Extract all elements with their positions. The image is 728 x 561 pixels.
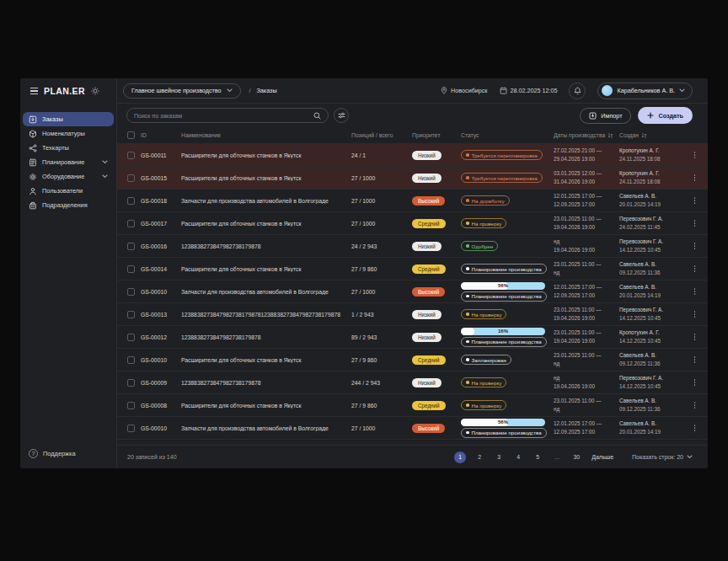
row-menu-button[interactable] <box>690 334 699 340</box>
table-row[interactable]: GS-00012123883827384798273817987889 / 2 … <box>117 326 708 349</box>
sidebar-item-techcards[interactable]: Техкарты <box>23 141 114 155</box>
order-id: GS-00009 <box>141 380 181 386</box>
status-badge: Планирование производства <box>461 337 547 347</box>
row-checkbox[interactable] <box>127 174 135 182</box>
priority-badge: Средний <box>412 355 446 365</box>
rows-per-page-select[interactable]: Показать строк: 20 <box>632 454 693 460</box>
row-menu-button[interactable] <box>690 197 699 204</box>
row-menu-button[interactable] <box>690 220 699 227</box>
production-dates: 23.01.2025 11:00 —19.04.2026 19:00 <box>554 216 619 231</box>
column-header-positions[interactable]: Позиций / всего <box>351 132 412 138</box>
sidebar-item-equipment[interactable]: Оборудование <box>23 169 114 184</box>
column-header-priority[interactable]: Приоритет <box>412 132 461 138</box>
table-row[interactable]: GS-00018Запчасти для производства автомо… <box>117 190 708 212</box>
table-row[interactable]: GS-000091238838273847982738179878244 / 2… <box>117 371 708 394</box>
row-menu-button[interactable] <box>690 402 699 409</box>
table-row[interactable]: GS-0001312388382738479827381798781238838… <box>117 303 708 326</box>
table-row[interactable]: GS-00008Расширители для обточных станков… <box>117 394 708 417</box>
row-menu-button[interactable] <box>690 265 699 272</box>
breadcrumb: Заказы <box>257 87 277 94</box>
sort-icon[interactable] <box>641 132 647 139</box>
row-checkbox[interactable] <box>127 379 135 387</box>
status-dot-icon <box>466 176 469 179</box>
row-menu-button[interactable] <box>690 356 699 363</box>
row-menu-button[interactable] <box>690 288 699 295</box>
location-selector[interactable]: Новосибирск <box>441 87 487 94</box>
org-selector[interactable]: Главное швейное производство <box>123 83 241 99</box>
row-checkbox[interactable] <box>127 425 135 432</box>
sidebar-item-users[interactable]: Пользователи <box>23 184 114 198</box>
column-header-status[interactable]: Статус <box>461 132 554 138</box>
page-button-1[interactable]: 1 <box>454 451 466 463</box>
table-row[interactable]: GS-00010Запчасти для производства автомо… <box>117 417 708 440</box>
techcards-icon <box>29 144 37 152</box>
sidebar-item-label: Заказы <box>42 115 108 123</box>
table-row[interactable]: GS-00017Расширители для обточных станков… <box>117 212 708 235</box>
import-button[interactable]: Импорт <box>580 108 631 124</box>
sort-icon[interactable] <box>608 132 613 139</box>
sidebar-item-orders[interactable]: Заказы <box>23 112 114 126</box>
row-menu-button[interactable] <box>690 152 699 158</box>
row-menu-button[interactable] <box>690 243 699 249</box>
nomenclature-icon <box>29 130 37 138</box>
user-menu[interactable]: Карабельников А. В. <box>597 83 693 99</box>
sidebar-item-planning[interactable]: Планирование <box>23 155 114 169</box>
priority-cell: Средний <box>412 219 461 228</box>
create-button[interactable]: Создать <box>638 107 693 124</box>
column-header-id[interactable]: ID <box>141 132 181 138</box>
notifications-button[interactable] <box>569 83 586 99</box>
priority-cell: Низкий <box>412 378 461 387</box>
row-checkbox[interactable] <box>127 402 135 409</box>
search-input[interactable] <box>134 113 308 119</box>
row-menu-button[interactable] <box>690 379 699 386</box>
page-button-2[interactable]: 2 <box>474 451 485 463</box>
production-dates: 27.02.2025 21:00 —29.04.2026 19:00 <box>554 147 619 163</box>
table-row[interactable]: GS-00015Расширители для обточных станков… <box>117 167 708 190</box>
table-row[interactable]: GS-00010Запчасти для производства автомо… <box>117 280 708 303</box>
hamburger-menu-icon[interactable] <box>30 88 38 94</box>
row-checkbox[interactable] <box>127 311 135 318</box>
priority-badge: Низкий <box>412 310 442 319</box>
status-badge: Одобрен <box>461 241 498 251</box>
row-checkbox[interactable] <box>127 243 135 250</box>
page-button-30[interactable]: 30 <box>570 451 582 463</box>
datetime-label: 28.02.2025 12:05 <box>511 87 558 94</box>
table-row[interactable]: GS-00014Расширители для обточных станков… <box>117 258 708 280</box>
sidebar-item-label: Номенклатуры <box>42 130 108 137</box>
row-checkbox[interactable] <box>127 288 135 296</box>
page-button-5[interactable]: 5 <box>532 451 543 463</box>
table-row[interactable]: GS-00011Расширители для обточных станков… <box>117 144 708 167</box>
row-checkbox[interactable] <box>127 334 135 341</box>
row-checkbox[interactable] <box>127 220 135 227</box>
next-page-button[interactable]: Дальше <box>592 454 613 460</box>
gear-icon[interactable] <box>91 87 99 95</box>
sidebar-item-departments[interactable]: Подразделения <box>23 198 114 212</box>
created-cell: Перевозович Г. А.24.02.2025 11:45 <box>619 216 690 231</box>
order-name: 1238838273847982738179878 <box>181 243 351 249</box>
created-cell: Кропотухин А. Г.24.11.2025 18:08 <box>619 147 690 163</box>
row-menu-button[interactable] <box>690 311 699 318</box>
priority-badge: Низкий <box>412 333 442 342</box>
order-id: GS-00017 <box>141 221 181 227</box>
status-cell: На проверку <box>461 309 554 319</box>
column-header-dates[interactable]: Даты производства <box>554 132 619 139</box>
filters-button[interactable] <box>334 108 349 123</box>
row-checkbox[interactable] <box>127 152 135 159</box>
column-header-created[interactable]: Создан <box>619 132 690 139</box>
sidebar-item-support[interactable]: ? Поддержка <box>29 449 76 458</box>
row-menu-button[interactable] <box>690 425 699 431</box>
row-checkbox[interactable] <box>127 265 135 273</box>
sidebar-item-nomenclatures[interactable]: Номенклатуры <box>23 126 114 141</box>
page-button-3[interactable]: 3 <box>493 451 505 463</box>
calendar-icon <box>500 87 507 94</box>
order-name: Расширители для обточных станков в Якутс… <box>181 221 351 227</box>
row-checkbox[interactable] <box>127 197 135 205</box>
table-row[interactable]: GS-00016123883827384798273817987824 / 2 … <box>117 235 708 258</box>
date-selector[interactable]: 28.02.2025 12:05 <box>500 87 558 94</box>
page-button-4[interactable]: 4 <box>512 451 524 463</box>
select-all-checkbox[interactable] <box>127 131 135 139</box>
row-checkbox[interactable] <box>127 356 135 364</box>
table-row[interactable]: GS-00010Расширители для обточных станков… <box>117 349 708 371</box>
row-menu-button[interactable] <box>690 174 699 181</box>
column-header-name[interactable]: Наименование <box>181 132 351 138</box>
